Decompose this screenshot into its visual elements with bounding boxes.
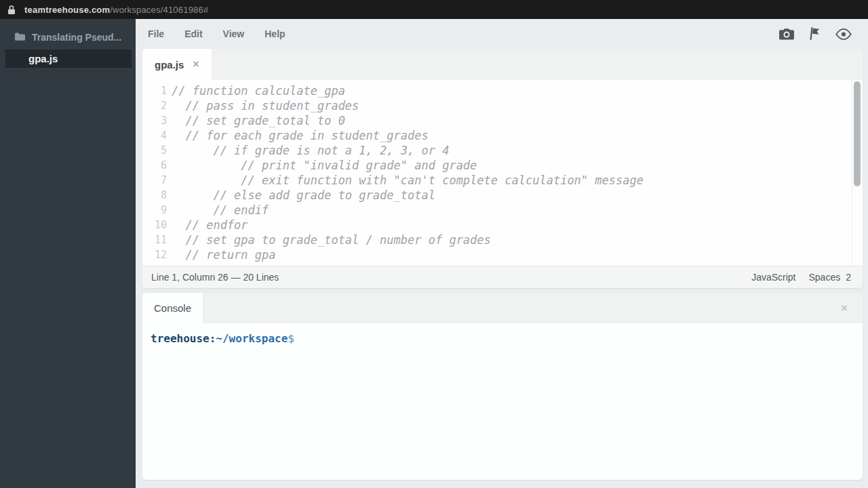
indent-size[interactable]: 2 [846,272,851,283]
code-comment-text: // for each grade in student_grades [172,128,429,143]
line-number: 2 [142,98,167,113]
file-name: gpa.js [28,53,58,64]
file-tree-sidebar: Translating Pseud... gpa.js [0,19,136,488]
menu-view[interactable]: View [223,28,245,39]
line-number: 4 [142,128,167,143]
menu-file[interactable]: File [148,28,164,39]
editor-tabstrip: gpa.js × [142,49,863,80]
code-line: 11 // set gpa to grade_total / number of… [142,232,863,247]
code-comment-text: // endfor [172,218,248,232]
code-line: 6 // print "invalid grade" and grade [142,158,863,173]
folder-icon [15,31,25,43]
line-number: 12 [142,247,167,262]
code-comment-text: // print "invalid grade" and grade [172,158,477,173]
code-comment-text: // endif [172,203,269,218]
code-comment-text: // function calculate_gpa [172,83,345,98]
console-close-icon[interactable]: × [841,302,848,315]
code-line: 3 // set grade_total to 0 [142,113,863,128]
menu-edit[interactable]: Edit [184,28,202,39]
line-number: 7 [142,173,167,188]
url-path: /workspaces/41061986# [110,5,208,15]
code-line: 2 // pass in student_grades [142,98,863,113]
terminal-area[interactable]: treehouse:~/workspace$ [142,323,863,480]
tab-label: gpa.js [155,59,184,70]
project-folder-row[interactable]: Translating Pseud... [0,27,136,47]
eye-icon[interactable] [835,28,852,40]
line-number: 8 [142,188,167,203]
code-comment-text: // if grade is not a 1, 2, 3, or 4 [172,143,449,158]
terminal-prompt: treehouse:~/workspace$ [151,332,863,345]
line-number: 3 [142,113,167,128]
code-comment-text: // else add grade to grade_total [172,188,435,203]
browser-address-bar: teamtreehouse.com/workspaces/41061986# [0,0,868,19]
code-line: 8 // else add grade to grade_total [142,188,863,203]
line-number: 1 [142,83,167,98]
prompt-path: ~/workspace [216,332,288,345]
url-host: teamtreehouse.com [24,5,110,15]
code-line: 5 // if grade is not a 1, 2, 3, or 4 [142,143,863,158]
line-number: 6 [142,158,167,173]
code-line: 10 // endfor [142,218,863,232]
code-line: 4 // for each grade in student_grades [142,128,863,143]
language-mode[interactable]: JavaScript [751,272,795,283]
cursor-position: Line 1, Column 26 — 20 Lines [151,272,279,283]
sidebar-file-gpa-js[interactable]: gpa.js [5,49,132,68]
indent-type[interactable]: Spaces [809,272,841,283]
project-name: Translating Pseud... [32,32,121,43]
line-number: 9 [142,203,167,218]
menu-help[interactable]: Help [264,28,285,39]
prompt-dollar: $ [288,332,294,345]
code-line: 7 // exit function with "can't complete … [142,173,863,188]
lock-icon[interactable] [7,5,16,15]
code-lines: 1// function calculate_gpa2 // pass in s… [142,83,863,262]
editor-statusbar: Line 1, Column 26 — 20 Lines JavaScript … [142,266,863,288]
code-line: 9 // endif [142,203,863,218]
code-comment-text: // return gpa [172,247,276,262]
camera-icon[interactable] [779,28,794,40]
code-editor-panel: gpa.js × 1// function calculate_gpa2 // … [142,49,863,288]
console-tab[interactable]: Console [142,293,203,323]
tab-gpa-js[interactable]: gpa.js × [142,49,212,80]
editor-scrollbar-thumb[interactable] [854,81,861,186]
code-line: 12 // return gpa [142,247,863,262]
console-panel: Console × treehouse:~/workspace$ [142,293,863,480]
code-comment-text: // pass in student_grades [172,98,359,113]
console-header: Console × [142,293,863,323]
code-comment-text: // set gpa to grade_total / number of gr… [172,232,491,247]
workspace-main: File Edit View Help gpa.js [136,19,868,488]
editor-scrollbar-track[interactable] [852,80,863,266]
code-area[interactable]: 1// function calculate_gpa2 // pass in s… [142,80,863,266]
tab-close-icon[interactable]: × [193,59,199,70]
code-comment-text: // exit function with "can't complete ca… [172,173,644,188]
flag-icon[interactable] [809,27,821,41]
prompt-colon: : [210,332,216,345]
editor-menubar: File Edit View Help [136,19,868,49]
line-number: 5 [142,143,167,158]
line-number: 10 [142,218,167,232]
console-tab-label: Console [154,302,191,314]
url-text[interactable]: teamtreehouse.com/workspaces/41061986# [24,5,208,15]
code-line: 1// function calculate_gpa [142,83,863,98]
line-number: 11 [142,232,167,247]
prompt-user: treehouse [151,332,210,345]
code-comment-text: // set grade_total to 0 [172,113,345,128]
